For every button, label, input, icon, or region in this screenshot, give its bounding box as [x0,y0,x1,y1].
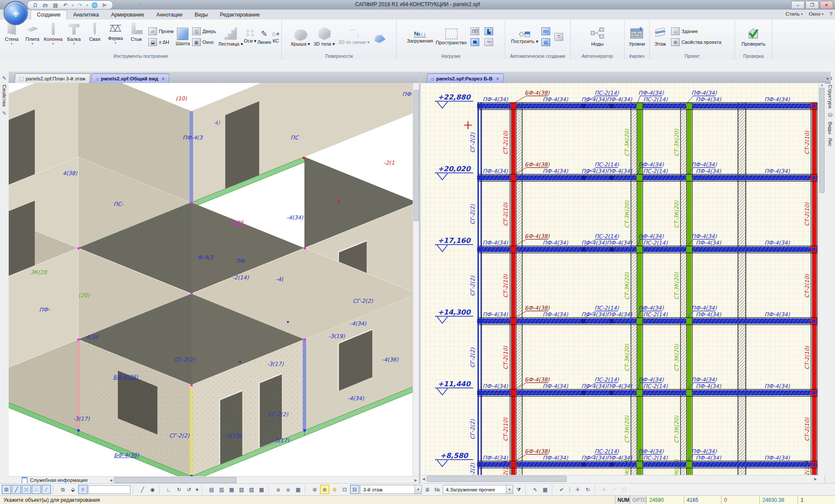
scroll-right-icon[interactable]: ▶ [812,477,818,481]
view-mode-shaded-icon[interactable]: ▦ [227,485,236,494]
orto-toggle[interactable]: ОРТО [630,496,646,504]
project-properties-button[interactable]: ⚙Свойства проекта [670,37,723,47]
tab-close-icon[interactable]: × [162,76,164,81]
coord-input[interactable] [88,485,130,494]
ribbon-tab-armirovanie[interactable]: Армирование [105,10,150,20]
move-copy-icon[interactable]: ✛ [600,485,609,494]
scroll-right-icon[interactable]: ▶ [413,478,419,482]
snap-node-icon[interactable]: ∴ [32,485,41,494]
loadcases-button[interactable]: №↓↓Загружения [407,20,433,53]
storey-combo-dropdown-icon[interactable]: ▾ [414,485,421,494]
opening-button[interactable]: ▱Проем [147,27,175,36]
model-pages-icon[interactable]: ⧈ [274,485,283,494]
nodes-button[interactable]: Ноды [590,20,605,53]
rotate-ucs-x-icon[interactable]: ↻ [174,485,184,494]
views-tab[interactable]: Виды [828,122,833,134]
model-pages-alt-icon[interactable]: ⧈ [284,485,293,494]
move-object-icon[interactable]: ✛ [573,485,582,494]
properties-pencil-icon[interactable]: ✎ [1,75,7,81]
surface-render-button[interactable] [373,20,387,53]
build-button[interactable]: ◇⬒Построить ▾ [511,20,538,53]
view-mode-edges-icon[interactable]: ▨ [247,485,256,494]
view-mode-box-icon[interactable]: ▩ [257,485,266,494]
slab-button[interactable]: Плита▾ [23,20,43,53]
draw-segment-icon[interactable]: ╱ [138,485,147,494]
edit-pencil-icon[interactable]: ✎ [1,110,7,116]
structure-tab[interactable]: Структура [828,85,833,109]
view-mode-textured-icon[interactable]: ▧ [237,485,246,494]
wall-button[interactable]: Стена▾ [2,20,22,53]
rotate-object-icon[interactable]: ↻ [583,485,592,494]
tab-obschiy-vid[interactable]: ⌂ panels2.spf:Общий вид × [91,73,170,83]
loadcase-number-icon[interactable]: № [433,485,442,494]
help-button[interactable]: ? [830,11,832,17]
window-menu[interactable]: Окно▾ [809,11,824,17]
section-viewport[interactable]: СГ-2(2)СТ-2(10)СТ-3К(20)СТ-3К(20)СТ-2(10… [421,83,818,475]
pile-field-button[interactable]: πп [540,27,551,36]
tab-plan-3-etazh[interactable]: ⬚ panels2.spf:План 3-й этаж [14,73,90,83]
delta-h-button[interactable]: ⬓± ΔН [147,37,175,47]
bodies-3d-button[interactable]: 3D тела ▾ [314,20,335,53]
beam-button[interactable]: Балка▾ [64,20,84,53]
view-mode-hidden-icon[interactable]: ▥ [217,485,226,494]
work-plane-icon[interactable]: ◊ [78,485,87,494]
loadcase-combo[interactable]: 4.Загружение прочее▾ [443,485,513,494]
ribbon-tab-redaktirovanie[interactable]: Редактирование [214,10,266,20]
polygon-select-icon[interactable]: ⬠ [620,485,629,494]
snap-intersection-icon[interactable]: ⤫ [22,485,31,494]
verify-button[interactable]: Проверить [741,20,765,53]
more-dots-icon[interactable]: ⋮ [567,485,572,494]
left-horizontal-scrollbar[interactable]: ◀ ▶ [108,476,419,484]
left-vertical-scrollbar[interactable] [413,83,419,476]
levels-button[interactable]: Уровни [629,20,645,53]
roof-button[interactable]: Крыша ▾ [291,20,310,53]
window-button[interactable]: ▦Окно [191,37,217,47]
loadcase-combo-dropdown-icon[interactable]: ▾ [506,485,513,494]
right-vertical-scrollbar[interactable]: ▲ [818,83,825,475]
truss-button[interactable]: Ферма▾ [106,20,126,53]
load-filter-icon[interactable]: ⧩ [514,485,523,494]
joint-button[interactable]: Стык [126,20,146,53]
snap-grid-icon[interactable]: ⊞ [2,485,11,494]
ks-button[interactable]: ⌂+КС [272,20,280,53]
layers-icon[interactable]: ≣ [423,485,432,494]
pile-button[interactable]: Свая [85,20,105,53]
draw-circle-icon[interactable]: ◉ [148,485,157,494]
copy-properties-icon[interactable]: ⧉ [58,485,67,494]
crane-button[interactable]: ⊤ [553,32,564,42]
table-filter-icon[interactable]: ▦ [541,485,550,494]
stairs-button[interactable]: Лестница ▾ [218,20,243,53]
light-off-icon[interactable]: ⊚ [310,485,319,494]
ortho-corner-icon[interactable]: ∟ [164,485,174,494]
visibility-set-icon[interactable]: ⊟ [350,485,359,494]
model-3d-viewport[interactable]: (10)4)ПФ-4(3ПСПФ4(38)-2(1ПС--4(35-4(34)З… [9,83,413,476]
select-filter-icon[interactable]: ⇖ [531,485,540,494]
num-toggle[interactable]: NUM [615,496,630,504]
sheets-tab[interactable]: Лис [828,138,833,146]
rotate-ucs-y-icon[interactable]: ↺ [184,485,194,494]
ribbon-tab-vidy[interactable]: Виды [188,10,214,20]
maximize-button[interactable]: ❐ [805,1,819,9]
application-menu-button[interactable]: ◈ [3,1,28,25]
column-button[interactable]: Колонна▾ [43,20,63,53]
load-space-button[interactable]: Пространство [436,20,467,53]
snap-nearest-icon[interactable]: ∕ [42,485,51,494]
light-box-icon[interactable]: ⊡ [340,485,349,494]
wind-load-button[interactable]: ▙ [483,27,494,36]
tab-razrez-b-v[interactable]: ⌂ panels2.spf:Разрез Б-В × [426,73,504,83]
axes-button[interactable]: ⁘⁘⁘⁘Оси ▾ [244,20,257,53]
view-mode-wire-icon[interactable]: ▤ [207,485,216,494]
ribbon-tab-annotacii[interactable]: Аннотации [150,10,188,20]
line-button[interactable]: ✎Линия [257,20,271,53]
storey-button[interactable]: Этаж [653,20,667,53]
right-horizontal-scrollbar[interactable]: ◀ ▶ [421,475,818,482]
snap-endpoint-icon[interactable]: ╱ [12,485,21,494]
minimize-button[interactable]: – [791,1,805,9]
shaft-button[interactable]: Шахта [176,20,190,53]
volume-mode-icon[interactable]: ⬙ [68,485,77,494]
apply-check-icon[interactable]: ✔ [557,485,566,494]
mirror-icon[interactable]: ⟋ [610,485,619,494]
moving-load-button[interactable]: ⛟ [469,37,481,47]
storey-combo[interactable]: 3-й этаж▾ [360,485,422,494]
seismic-load-button[interactable]: 〜 [483,37,494,47]
